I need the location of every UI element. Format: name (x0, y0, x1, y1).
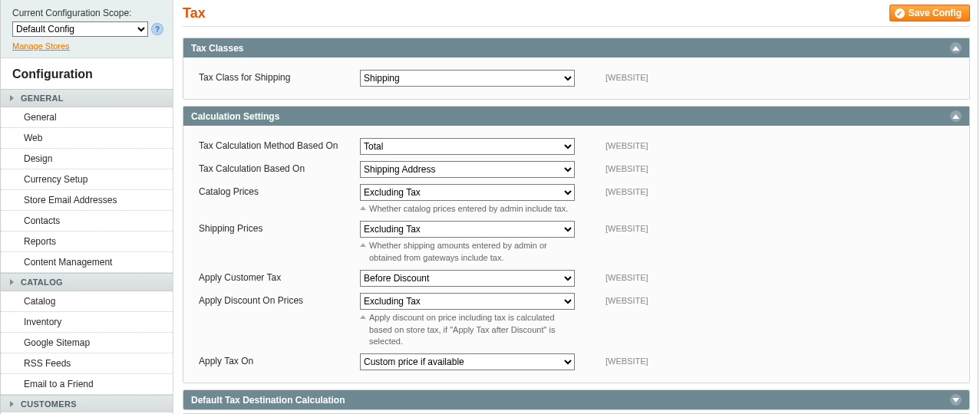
sidebar-item-web[interactable]: Web (1, 128, 173, 149)
scope-tag: [WEBSITE] (590, 184, 648, 196)
field-label: Tax Class for Shipping (199, 70, 360, 83)
save-config-label: Save Config (909, 8, 962, 18)
field-label: Shipping Prices (199, 221, 360, 234)
section-head-destination[interactable]: Default Tax Destination Calculation (183, 390, 969, 409)
field-label: Apply Discount On Prices (199, 293, 360, 306)
apply-tax-on-select[interactable]: Custom price if available (360, 353, 575, 370)
help-icon[interactable]: ? (151, 23, 163, 35)
sidebar-item-inventory[interactable]: Inventory (1, 312, 173, 333)
sidebar-item-design[interactable]: Design (1, 149, 173, 169)
sidebar-item-reports[interactable]: Reports (1, 232, 173, 252)
field-label: Apply Customer Tax (199, 270, 360, 283)
sidebar: Current Configuration Scope: Default Con… (1, 0, 173, 414)
menu-group-customers[interactable]: CUSTOMERS (1, 395, 173, 412)
config-scope-label: Current Configuration Scope: (12, 8, 163, 18)
collapse-up-icon[interactable] (950, 110, 962, 122)
section-head-calculation[interactable]: Calculation Settings (183, 107, 969, 126)
field-note: Whether catalog prices entered by admin … (360, 203, 590, 215)
main-content: Tax ✓ Save Config Tax Classes Tax Class … (173, 0, 978, 414)
save-config-button[interactable]: ✓ Save Config (889, 5, 970, 21)
scope-tag: [WEBSITE] (590, 70, 648, 82)
section-head-tax-classes[interactable]: Tax Classes (183, 38, 969, 58)
apply-customer-tax-select[interactable]: Before Discount (360, 270, 575, 287)
sidebar-item-store-email[interactable]: Store Email Addresses (1, 190, 173, 211)
calc-based-on-select[interactable]: Shipping Address (360, 161, 575, 178)
scope-tag: [WEBSITE] (590, 138, 648, 150)
section-title: Default Tax Destination Calculation (191, 395, 345, 406)
scope-tag: [WEBSITE] (590, 270, 648, 282)
menu-group-general[interactable]: GENERAL (1, 89, 173, 107)
field-label: Catalog Prices (199, 184, 360, 197)
shipping-prices-select[interactable]: Excluding Tax (360, 221, 575, 238)
sidebar-title: Configuration (1, 58, 173, 89)
sidebar-item-google-sitemap[interactable]: Google Sitemap (1, 333, 173, 353)
page-title: Tax (183, 5, 206, 21)
field-label: Tax Calculation Method Based On (199, 138, 360, 151)
apply-discount-on-select[interactable]: Excluding Tax (360, 293, 575, 310)
check-icon: ✓ (895, 8, 905, 18)
sidebar-item-rss-feeds[interactable]: RSS Feeds (1, 353, 173, 374)
sidebar-item-currency-setup[interactable]: Currency Setup (1, 169, 173, 190)
scope-tag: [WEBSITE] (590, 221, 648, 233)
sidebar-item-content-management[interactable]: Content Management (1, 252, 173, 273)
section-tax-classes: Tax Classes Tax Class for Shipping Shipp… (183, 38, 970, 100)
field-label: Tax Calculation Based On (199, 161, 360, 174)
field-label: Apply Tax On (199, 353, 360, 366)
menu-group-catalog[interactable]: CATALOG (1, 273, 173, 291)
tax-class-shipping-select[interactable]: Shipping (360, 70, 575, 87)
section-destination: Default Tax Destination Calculation (183, 389, 970, 410)
field-note: Apply discount on price including tax is… (360, 312, 569, 347)
config-scope-select[interactable]: Default Config (12, 21, 148, 37)
collapse-down-icon[interactable] (950, 394, 962, 406)
manage-stores-link[interactable]: Manage Stores (12, 41, 70, 51)
scope-tag: [WEBSITE] (590, 353, 648, 366)
sidebar-item-general[interactable]: General (1, 107, 173, 128)
config-scope-box: Current Configuration Scope: Default Con… (1, 0, 173, 58)
calc-method-select[interactable]: Total (360, 138, 575, 155)
scope-tag: [WEBSITE] (590, 161, 648, 173)
section-title: Tax Classes (191, 43, 244, 54)
section-title: Calculation Settings (191, 111, 279, 122)
field-note: Whether shipping amounts entered by admi… (360, 240, 569, 264)
sidebar-item-contacts[interactable]: Contacts (1, 211, 173, 232)
scope-tag: [WEBSITE] (590, 293, 648, 305)
sidebar-item-email-friend[interactable]: Email to a Friend (1, 374, 173, 395)
catalog-prices-select[interactable]: Excluding Tax (360, 184, 575, 201)
section-calculation-settings: Calculation Settings Tax Calculation Met… (183, 106, 970, 383)
sidebar-item-catalog[interactable]: Catalog (1, 291, 173, 312)
collapse-up-icon[interactable] (950, 42, 962, 54)
